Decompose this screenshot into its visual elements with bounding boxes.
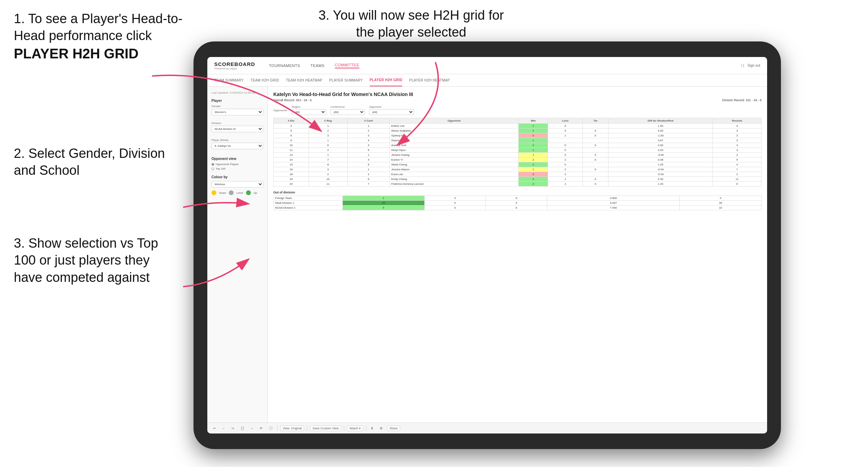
cell-div: 6 <box>274 133 309 138</box>
player-rank-label: Player (Rank) <box>211 139 263 142</box>
cell-rounds: 10 <box>680 206 762 210</box>
cell-tie: 0 <box>486 196 547 201</box>
toolbar-time[interactable]: 🕐 <box>267 426 274 431</box>
th-div: # Div <box>274 118 309 124</box>
cell-loss: 2 <box>548 172 583 177</box>
toolbar-view-original[interactable]: View: Original <box>280 426 304 431</box>
colour-select[interactable]: Win/loss <box>211 181 263 188</box>
toolbar-settings[interactable]: ⚙ <box>378 426 384 431</box>
cell-diff: 0.38 <box>608 158 713 162</box>
opponent-view-title: Opponent view <box>211 157 263 161</box>
cell-reg: 2 <box>309 172 347 177</box>
instruction-1-bold: PLAYER H2H GRID <box>14 46 139 61</box>
colour-up-label: Up <box>254 191 257 194</box>
cell-opponent: Jessica Huang <box>390 153 519 158</box>
subnav-team-h2h-grid[interactable]: TEAM H2H GRID <box>251 74 279 86</box>
cell-win: 0 <box>518 133 548 138</box>
toolbar-watch[interactable]: Watch ▾ <box>347 426 363 431</box>
cell-div: 15 <box>274 162 309 167</box>
cell-loss: 0 <box>548 148 583 153</box>
colour-up <box>246 190 251 195</box>
main-data-table: # Div # Reg # Conf Opponent Win Loss Tie… <box>273 118 762 187</box>
colour-level <box>229 190 234 195</box>
cell-rounds: 9 <box>713 158 762 162</box>
subnav-team-h2h-heatmap[interactable]: TEAM H2H HEATMAP <box>286 74 322 86</box>
nav-tournaments[interactable]: TOURNAMENTS <box>269 64 300 68</box>
cell-opponent: Heejo Hyun <box>390 148 519 153</box>
cell-conf: 4 <box>347 158 390 162</box>
cell-reg: 8 <box>309 162 347 167</box>
table-row: 15 8 5 Stella Cheng 1 0 1.25 4 <box>274 162 762 167</box>
bottom-toolbar: ↩ ← ↪ 📋 ↔ ⟳ 🕐 View: Original Save Custom… <box>207 422 767 433</box>
nav-teams[interactable]: TEAMS <box>311 64 324 68</box>
cell-team: NAIA Division 1 <box>274 201 343 206</box>
cell-diff: -3.00 <box>608 153 713 158</box>
radio-opponents-played[interactable]: Opponents Played <box>211 163 263 166</box>
toolbar-swap[interactable]: ↔ <box>249 426 255 431</box>
cell-win: 0 <box>518 172 548 177</box>
gender-select[interactable]: Women's <box>211 109 263 115</box>
table-row: 20 11 7 Federica Domecq Lacroze 2 1 0 1.… <box>274 182 762 187</box>
cell-win: 2 <box>518 158 548 162</box>
cell-win: 1 <box>518 138 548 143</box>
division-select[interactable]: NCAA Division III <box>211 126 263 132</box>
player-rank-select[interactable]: 8. Katelyn Vo <box>211 143 263 149</box>
cell-diff: 4.00 <box>608 143 713 148</box>
cell-conf: 3 <box>347 143 390 148</box>
toolbar-redo[interactable]: ↪ <box>230 426 236 431</box>
cell-win: 1 <box>518 128 548 133</box>
cell-diff: 7.400 <box>547 206 679 210</box>
cell-rounds: 3 <box>713 128 762 133</box>
table-row: 13 1 1 Jessica Huang 1 0 0 -3.00 2 <box>274 153 762 158</box>
table-row: 14 7 4 Eunice Yi 2 2 0 0.38 9 <box>274 158 762 162</box>
opponent-filter-group: Opponent (All) <box>369 105 414 115</box>
toolbar-export[interactable]: ⬇ <box>369 426 375 431</box>
conference-select[interactable]: (All) <box>330 109 365 115</box>
th-loss: Loss <box>548 118 583 124</box>
cell-diff: -1.00 <box>608 133 713 138</box>
cell-diff: -5.00 <box>608 172 713 177</box>
toolbar-copy[interactable]: 📋 <box>239 426 246 431</box>
toolbar-save-custom[interactable]: Save Custom View <box>310 426 341 431</box>
region-select[interactable]: (All) <box>292 109 326 115</box>
cell-opponent: Emily Chang <box>390 177 519 182</box>
table-row: 3 1 1 Esther Lee 1 0 1.50 4 <box>274 124 762 128</box>
opponents-label: Opponents: <box>273 109 287 112</box>
cell-reg: 11 <box>309 182 347 187</box>
toolbar-share[interactable]: Share <box>387 426 400 431</box>
toolbar-undo[interactable]: ↩ <box>211 426 218 431</box>
cell-opponent: Sharon Mun <box>390 138 519 143</box>
radio-dot-1 <box>211 163 214 166</box>
toolbar-refresh[interactable]: ⟳ <box>258 426 264 431</box>
nav-committee[interactable]: COMMITTEE <box>335 63 359 68</box>
cell-tie <box>583 162 608 167</box>
radio-dot-2 <box>211 168 214 170</box>
timestamp: Last Updated: 27/03/2024 16:55:38 <box>211 91 263 95</box>
cell-diff: 9.267 <box>547 201 679 206</box>
subnav-player-summary[interactable]: PLAYER SUMMARY <box>329 74 363 86</box>
cell-rounds: 3 <box>713 138 762 143</box>
subnav-team-summary[interactable]: TEAM SUMMARY <box>214 74 244 86</box>
radio-top-100[interactable]: Top 100 <box>211 167 263 170</box>
cell-conf: 5 <box>347 162 390 167</box>
th-conf: # Conf <box>347 118 390 124</box>
colour-down-label: Down <box>219 191 226 194</box>
cell-loss: 0 <box>424 201 486 206</box>
toolbar-divider-2 <box>307 426 307 431</box>
toolbar-back[interactable]: ← <box>220 426 227 431</box>
right-content: Katelyn Vo Head-to-Head Grid for Women's… <box>268 87 767 422</box>
tablet-screen: SCOREBOARD Powered by clippd TOURNAMENTS… <box>207 57 767 433</box>
cell-loss: 1 <box>548 177 583 182</box>
colour-legend: Down Level Up <box>211 190 263 195</box>
opponent-select[interactable]: (All) <box>369 109 414 115</box>
toolbar-divider-4 <box>366 426 366 431</box>
instruction-2: 2. Select Gender, Division and School <box>14 145 180 179</box>
cell-conf: 2 <box>347 172 390 177</box>
table-row: 10 6 3 Andrea York 2 0 0 4.00 4 <box>274 143 762 148</box>
cell-reg: 2 <box>309 128 347 133</box>
subnav-player-h2h-heatmap[interactable]: PLAYER H2H HEATMAP <box>409 74 450 86</box>
sign-out-button[interactable]: Sign out <box>747 64 760 67</box>
region-label: Region <box>292 105 326 108</box>
gender-section: Gender Women's <box>211 105 263 118</box>
subnav-player-h2h-grid[interactable]: PLAYER H2H GRID <box>370 74 403 86</box>
